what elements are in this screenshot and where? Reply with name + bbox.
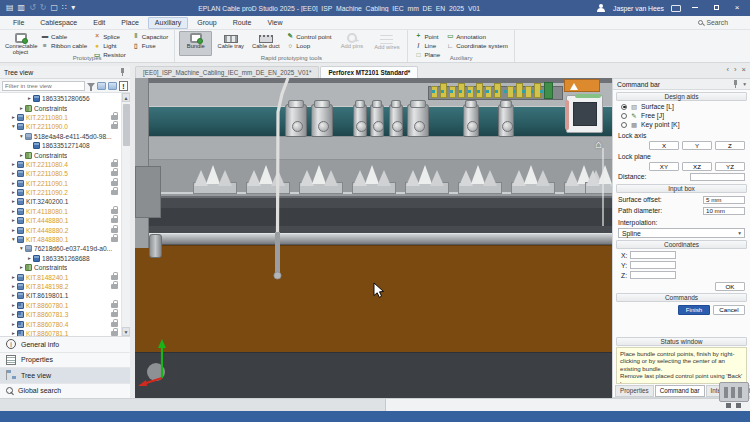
- tree-row[interactable]: ▾KIT.4848880.1: [0, 235, 121, 244]
- tree-row[interactable]: ▸KIT.8619801.1: [0, 291, 121, 300]
- expand-all-icon[interactable]: [97, 82, 106, 90]
- chevron-right-icon[interactable]: ▸: [26, 94, 33, 103]
- window-icon[interactable]: ▢: [51, 0, 59, 16]
- menu-route[interactable]: Route: [226, 17, 259, 29]
- tree-row[interactable]: ▸KIT.2211090.2: [0, 188, 121, 197]
- chevron-right-icon[interactable]: ▸: [18, 151, 25, 160]
- bottom-tab-properties[interactable]: Properties: [615, 385, 654, 397]
- chevron-right-icon[interactable]: ▸: [10, 320, 17, 329]
- search-box[interactable]: Search: [698, 19, 728, 26]
- finish-button[interactable]: Finish: [678, 305, 710, 315]
- lock-axis-z-button[interactable]: Z: [715, 141, 745, 150]
- chevron-right-icon[interactable]: ▸: [10, 291, 17, 300]
- tree-row[interactable]: ▸KIT.4118080.1: [0, 207, 121, 216]
- loop-button[interactable]: ○Loop: [284, 41, 333, 49]
- 3d-viewport[interactable]: ⌂: [135, 78, 612, 398]
- tree-row[interactable]: ▸KIT.8860780.4: [0, 319, 121, 328]
- bottom-tab-command-bar[interactable]: Command bar: [655, 385, 705, 397]
- cable-duct-button[interactable]: Cable duct: [249, 31, 282, 56]
- menu-auxiliary[interactable]: Auxiliary: [148, 17, 188, 29]
- tree-row[interactable]: ▸KIT.2211080.5: [0, 169, 121, 178]
- lock-plane-yz-button[interactable]: YZ: [715, 162, 745, 171]
- tree-row[interactable]: ▾76218d60-e037-419d-a0...: [0, 244, 121, 253]
- menu-view[interactable]: View: [260, 17, 289, 29]
- chevron-right-icon[interactable]: ▸: [10, 169, 17, 178]
- save-icon[interactable]: ▤: [6, 0, 14, 16]
- lock-plane-xz-button[interactable]: XZ: [682, 162, 712, 171]
- panel-scroll-left-icon[interactable]: ‹: [727, 65, 730, 74]
- radio-key-point-k[interactable]: ▩Key point [K]: [613, 120, 750, 129]
- tree-row[interactable]: ▸1863351268688: [0, 254, 121, 263]
- save-all-icon[interactable]: ▥: [18, 0, 26, 16]
- ok-button[interactable]: OK: [715, 282, 745, 291]
- apps-icon[interactable]: ∷: [62, 0, 67, 16]
- annotation-button[interactable]: ▭Annotation: [444, 32, 510, 40]
- menu-cablespace[interactable]: Cablespace: [33, 17, 84, 29]
- splice-button[interactable]: ×Splice: [91, 32, 128, 40]
- tree-scrollbar[interactable]: ▲ ▼: [121, 93, 130, 336]
- tree-row[interactable]: 1863351271408: [0, 141, 121, 150]
- lock-axis-x-button[interactable]: X: [649, 141, 679, 150]
- fuse-button[interactable]: ▯Fuse: [130, 41, 170, 49]
- chevron-down-icon[interactable]: ▾: [10, 235, 17, 244]
- menu-file[interactable]: File: [6, 17, 31, 29]
- pin-icon[interactable]: [119, 68, 126, 77]
- control-point-button[interactable]: ✎Control point: [284, 32, 333, 40]
- ribbon-cable-button[interactable]: ≡Ribbon cable: [39, 41, 89, 49]
- tree-row[interactable]: ▸KIT.8860780.1: [0, 301, 121, 310]
- scroll-down-icon[interactable]: ▼: [122, 327, 130, 336]
- dropdown-icon[interactable]: ▾: [71, 0, 75, 16]
- panel-switch-general-info[interactable]: iGeneral info: [0, 337, 130, 353]
- chevron-right-icon[interactable]: ▸: [10, 329, 17, 336]
- chevron-right-icon[interactable]: ▸: [10, 310, 17, 319]
- chevron-right-icon[interactable]: ▸: [10, 301, 17, 310]
- connectable-object-button[interactable]: Connectable object: [4, 31, 37, 56]
- chevron-right-icon[interactable]: ▸: [10, 160, 17, 169]
- tree-row[interactable]: ▸Constraints: [0, 103, 121, 112]
- chevron-right-icon[interactable]: ▸: [10, 216, 17, 225]
- interpolation-select[interactable]: Spline ▾: [618, 228, 745, 238]
- lock-plane-xy-button[interactable]: XY: [649, 162, 679, 171]
- document-tab[interactable]: [EE0]_ISP_Machine_Cabling_IEC_mm_DE_EN_2…: [135, 66, 319, 78]
- capacitor-button[interactable]: ‖Capacitor: [130, 32, 170, 40]
- chevron-down-icon[interactable]: ▾: [18, 244, 25, 253]
- tree-row[interactable]: ▸KIT.2211080.4: [0, 160, 121, 169]
- bundle-button[interactable]: Bundle: [179, 31, 212, 56]
- cable-button[interactable]: ▬Cable: [39, 32, 89, 40]
- scrollbar-thumb[interactable]: [123, 104, 130, 146]
- user-name[interactable]: Jasper van Hees: [613, 5, 664, 12]
- tree-row[interactable]: ▸KIT.4448880.1: [0, 216, 121, 225]
- coordinate-z-input[interactable]: [630, 271, 676, 279]
- chevron-down-icon[interactable]: ▾: [10, 122, 17, 131]
- tree-row[interactable]: ▸KIT.8148240.1: [0, 272, 121, 281]
- panel-close-icon[interactable]: ×: [742, 65, 746, 74]
- menu-edit[interactable]: Edit: [86, 17, 112, 29]
- chevron-right-icon[interactable]: ▸: [18, 263, 25, 272]
- navigation-widget[interactable]: [719, 382, 749, 402]
- path-diameter-input[interactable]: [703, 207, 745, 215]
- tree-row[interactable]: ▸KIT.4448880.2: [0, 225, 121, 234]
- cancel-button[interactable]: Cancel: [713, 305, 745, 315]
- chevron-down-icon[interactable]: ▾: [18, 132, 25, 141]
- panel-scroll-right-icon[interactable]: ›: [734, 65, 737, 74]
- tree-row[interactable]: ▸Constraints: [0, 150, 121, 159]
- restore-button[interactable]: [709, 0, 723, 16]
- tree-row[interactable]: ▸KIT.2211090.1: [0, 179, 121, 188]
- panel-switch-properties[interactable]: Properties: [0, 353, 130, 369]
- tree-row[interactable]: ▸KIT.3240200.1: [0, 197, 121, 206]
- chevron-right-icon[interactable]: ▸: [10, 197, 17, 206]
- document-tab[interactable]: Perforex MT2101 Standard*: [320, 66, 418, 78]
- chevron-right-icon[interactable]: ▸: [10, 188, 17, 197]
- panel-switch-tree-view[interactable]: Tree view: [0, 368, 130, 384]
- line-button[interactable]: /Line: [412, 41, 442, 49]
- chevron-right-icon[interactable]: ▸: [10, 179, 17, 188]
- chevron-right-icon[interactable]: ▸: [10, 207, 17, 216]
- tree-filter-input[interactable]: [2, 81, 85, 91]
- minimize-button[interactable]: [688, 0, 702, 16]
- menu-group[interactable]: Group: [190, 17, 223, 29]
- radio-surface-l[interactable]: ▧Surface [L]: [613, 102, 750, 111]
- feedback-icon[interactable]: [671, 5, 681, 12]
- cable-tray-button[interactable]: Cable tray: [214, 31, 247, 56]
- panel-switch-global-search[interactable]: Global search: [0, 384, 130, 400]
- view-mini-icon[interactable]: [736, 403, 741, 408]
